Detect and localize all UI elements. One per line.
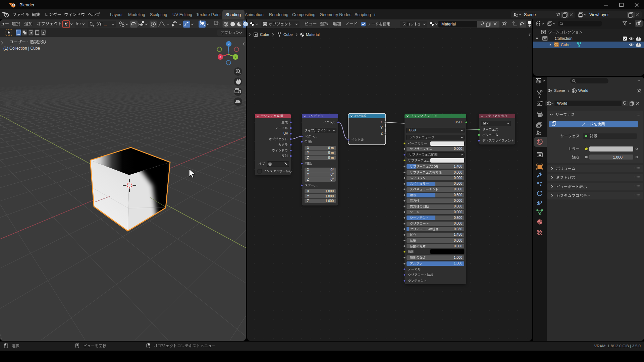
svg-text:Y: Y <box>234 55 237 59</box>
svg-text:Z: Z <box>228 42 230 46</box>
svg-text:X: X <box>219 55 222 59</box>
